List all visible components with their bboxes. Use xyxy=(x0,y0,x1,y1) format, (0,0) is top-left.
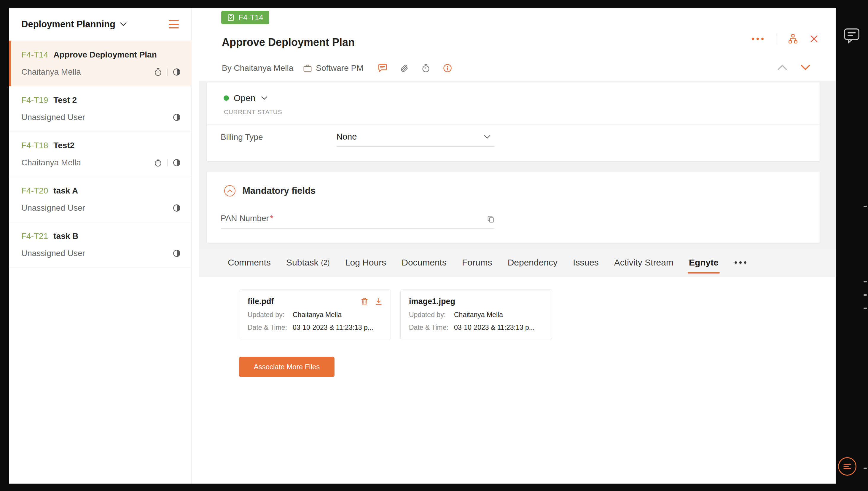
billing-type-label: Billing Type xyxy=(221,133,336,147)
tab-log-hours[interactable]: Log Hours xyxy=(337,249,394,276)
detail-tabbar: Comments Subtask(2) Log Hours Documents … xyxy=(199,249,836,277)
task-id-badge: F4-T14 xyxy=(221,11,269,24)
task-name: Test2 xyxy=(53,141,75,150)
task-item-f4-t21[interactable]: F4-T21 task B Unassigned User xyxy=(9,222,191,267)
briefcase-icon xyxy=(303,64,312,72)
quick-actions-icon[interactable] xyxy=(838,457,857,475)
collapse-section-icon[interactable] xyxy=(224,185,236,197)
task-icon xyxy=(227,13,235,21)
task-assignee: Unassigned User xyxy=(21,248,85,258)
billing-type-value: None xyxy=(336,132,357,142)
required-asterisk: * xyxy=(270,214,273,223)
task-item-f4-t20[interactable]: F4-T20 task A Unassigned User xyxy=(9,177,191,222)
percent-complete-icon xyxy=(173,114,181,121)
download-file-icon[interactable] xyxy=(375,298,382,306)
divider xyxy=(207,124,820,125)
subtask-count: (2) xyxy=(321,258,329,267)
percent-complete-icon xyxy=(173,204,181,212)
status-open-dot xyxy=(224,95,229,101)
status-value: Open xyxy=(234,93,255,103)
percent-complete-icon xyxy=(173,250,181,257)
task-assignee: Unassigned User xyxy=(21,112,85,122)
task-name: Test 2 xyxy=(53,95,77,105)
task-id: F4-T18 xyxy=(21,141,48,150)
tasklist-title: Deployment Planning xyxy=(21,19,115,30)
task-item-f4-t18[interactable]: F4-T18 Test2 Chaitanya Mella xyxy=(9,132,191,177)
tab-issues[interactable]: Issues xyxy=(565,249,606,276)
chevron-down-icon xyxy=(261,96,267,100)
billing-type-select[interactable]: None xyxy=(336,132,495,147)
task-list-sidebar: Deployment Planning F4-T14 Approve Deplo… xyxy=(9,8,192,484)
tab-documents[interactable]: Documents xyxy=(394,249,454,276)
percent-complete-icon xyxy=(173,68,181,76)
copy-icon[interactable] xyxy=(487,215,495,223)
chevron-down-icon xyxy=(484,135,490,139)
updated-by-value: Chaitanya Mella xyxy=(293,311,342,319)
task-detail-panel: F4-T14 Approve Deployment Plan By Chaita… xyxy=(199,8,836,484)
chevron-down-icon xyxy=(120,22,127,26)
timer-icon[interactable] xyxy=(154,68,162,76)
updated-by-value: Chaitanya Mella xyxy=(454,311,503,319)
status-dropdown[interactable]: Open xyxy=(207,82,820,103)
tasklist-selector[interactable]: Deployment Planning xyxy=(21,19,127,30)
filter-icon[interactable] xyxy=(167,18,181,30)
percent-complete-icon xyxy=(173,159,181,167)
timer-icon[interactable] xyxy=(422,64,430,73)
scrollbar-mark xyxy=(864,206,867,207)
tab-subtask[interactable]: Subtask(2) xyxy=(278,249,337,276)
file-card[interactable]: image1.jpeg Updated by: Chaitanya Mella … xyxy=(400,289,552,339)
tab-forums[interactable]: Forums xyxy=(454,249,500,276)
associate-more-files-button[interactable]: Associate More Files xyxy=(239,357,334,377)
billing-type-row: Billing Type None xyxy=(221,132,820,147)
timer-icon[interactable] xyxy=(154,158,162,167)
task-role: Software PM xyxy=(316,63,363,73)
file-name: image1.jpeg xyxy=(409,297,455,306)
status-caption: CURRENT STATUS xyxy=(224,109,820,116)
scrollbar-mark xyxy=(864,281,867,282)
sidebar-header: Deployment Planning xyxy=(9,8,191,41)
task-assignee: Chaitanya Mella xyxy=(21,67,81,77)
task-name: Approve Deployment Plan xyxy=(53,50,157,60)
previous-task-icon[interactable] xyxy=(778,65,787,70)
task-id: F4-T14 xyxy=(21,50,48,60)
file-card[interactable]: file.pdf Updated by: Chaitanya Mella xyxy=(239,289,391,339)
delete-file-icon[interactable] xyxy=(361,297,368,306)
task-assignee: Chaitanya Mella xyxy=(21,157,81,168)
next-task-icon[interactable] xyxy=(801,65,810,70)
tab-more-icon[interactable] xyxy=(726,249,755,276)
file-name: file.pdf xyxy=(248,297,274,306)
scrollbar-mark xyxy=(864,294,867,296)
task-name: task A xyxy=(53,186,78,196)
task-id-badge-label: F4-T14 xyxy=(238,13,263,22)
tab-activity-stream[interactable]: Activity Stream xyxy=(606,249,681,276)
close-icon[interactable] xyxy=(810,34,818,43)
attachment-icon[interactable] xyxy=(400,64,409,73)
updated-by-label: Updated by: xyxy=(248,311,293,319)
task-assignee: Unassigned User xyxy=(21,203,85,213)
tab-egnyte[interactable]: Egnyte xyxy=(681,249,726,276)
task-byline: By Chaitanya Mella Software PM xyxy=(222,63,452,73)
pan-number-label: PAN Number* xyxy=(221,214,273,223)
app-window: Deployment Planning F4-T14 Approve Deplo… xyxy=(9,8,836,484)
egnyte-tab-content: file.pdf Updated by: Chaitanya Mella xyxy=(199,277,836,484)
task-id: F4-T20 xyxy=(21,186,48,196)
task-name: task B xyxy=(53,231,78,241)
pan-number-field[interactable]: PAN Number* xyxy=(221,214,495,229)
info-icon[interactable] xyxy=(443,64,452,73)
header-actions xyxy=(751,34,818,44)
comment-icon[interactable] xyxy=(378,64,387,73)
feedback-icon[interactable] xyxy=(843,28,860,44)
task-navigation xyxy=(778,65,810,70)
updated-by-label: Updated by: xyxy=(409,311,454,319)
tab-dependency[interactable]: Dependency xyxy=(500,249,565,276)
date-time-label: Date & Time: xyxy=(248,323,293,331)
more-options-icon[interactable] xyxy=(751,38,765,40)
scrollbar-mark xyxy=(864,308,867,309)
tab-comments[interactable]: Comments xyxy=(220,249,278,276)
status-card: Open CURRENT STATUS Billing Type None xyxy=(207,82,820,161)
task-item-f4-t19[interactable]: F4-T19 Test 2 Unassigned User xyxy=(9,86,191,132)
task-id: F4-T21 xyxy=(21,231,48,241)
mandatory-fields-card: Mandatory fields PAN Number* xyxy=(207,172,820,243)
hierarchy-icon[interactable] xyxy=(788,34,798,44)
task-item-f4-t14[interactable]: F4-T14 Approve Deployment Plan Chaitanya… xyxy=(9,41,191,86)
